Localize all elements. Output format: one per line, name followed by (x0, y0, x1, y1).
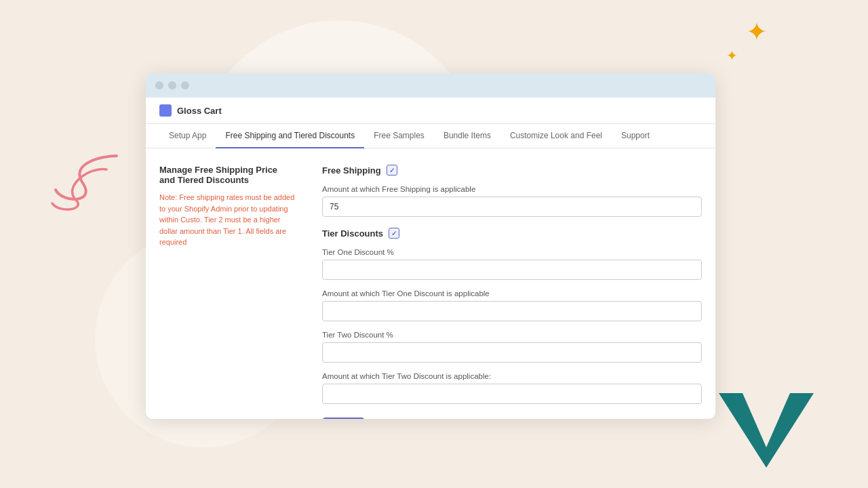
browser-dot-2 (168, 81, 176, 89)
tab-setup-app[interactable]: Setup App (159, 124, 216, 148)
browser-dot-3 (181, 81, 189, 89)
save-button[interactable]: Save (322, 418, 365, 419)
tier-one-amount-input[interactable] (322, 301, 702, 321)
free-shipping-amount-label: Amount at which Free Shipping is applica… (322, 185, 702, 193)
tier-two-discount-label: Tier Two Discount % (322, 331, 702, 339)
app-header: Gloss Cart (146, 98, 715, 124)
tier-discounts-heading: Tier Discounts (322, 228, 702, 239)
teal-v-decoration (719, 393, 814, 468)
tab-free-samples[interactable]: Free Samples (364, 124, 434, 148)
tab-customize[interactable]: Customize Look and Feel (500, 124, 612, 148)
tab-bundle-items[interactable]: Bundle Items (434, 124, 500, 148)
tier-one-amount-label: Amount at which Tier One Discount is app… (322, 289, 702, 298)
tab-free-shipping[interactable]: Free Shipping and Tiered Discounts (216, 124, 364, 148)
tier-one-discount-input[interactable] (322, 260, 702, 280)
squiggle-decoration (49, 149, 130, 217)
free-shipping-amount-input[interactable] (322, 197, 702, 217)
tier-two-amount-input[interactable] (322, 384, 702, 404)
tier-one-discount-label: Tier One Discount % (322, 248, 702, 256)
tab-support[interactable]: Support (612, 124, 659, 148)
right-panel: Free Shipping Amount at which Free Shipp… (322, 165, 702, 403)
free-shipping-label: Free Shipping (322, 165, 381, 176)
browser-chrome (146, 73, 715, 98)
tier-two-discount-group: Tier Two Discount % (322, 331, 702, 363)
tier-discounts-label: Tier Discounts (322, 228, 383, 239)
tier-one-discount-group: Tier One Discount % (322, 248, 702, 280)
nav-tabs: Setup App Free Shipping and Tiered Disco… (146, 124, 715, 148)
tier-two-discount-input[interactable] (322, 342, 702, 363)
tier-discounts-checkbox[interactable] (389, 228, 399, 239)
star-large-icon: ✦ (746, 19, 768, 45)
app-content: Gloss Cart Setup App Free Shipping and T… (146, 98, 715, 419)
tier-one-amount-group: Amount at which Tier One Discount is app… (322, 289, 702, 321)
browser-dot-1 (155, 81, 163, 89)
panel-note: Note: Free shipping rates must be added … (159, 192, 295, 248)
browser-window: Gloss Cart Setup App Free Shipping and T… (146, 73, 715, 419)
free-shipping-heading: Free Shipping (322, 165, 702, 176)
tier-two-amount-group: Amount at which Tier Two Discount is app… (322, 372, 702, 404)
app-title: Gloss Cart (177, 106, 222, 116)
app-logo-icon (159, 104, 172, 117)
free-shipping-checkbox[interactable] (387, 165, 397, 176)
main-body: Manage Free Shipping Price and Tiered Di… (146, 148, 715, 419)
tier-two-amount-label: Amount at which Tier Two Discount is app… (322, 372, 702, 380)
free-shipping-amount-group: Amount at which Free Shipping is applica… (322, 185, 702, 217)
svg-marker-0 (719, 393, 814, 468)
panel-title: Manage Free Shipping Price and Tiered Di… (159, 165, 295, 185)
star-small-icon: ✦ (726, 49, 738, 62)
left-panel: Manage Free Shipping Price and Tiered Di… (159, 165, 295, 403)
